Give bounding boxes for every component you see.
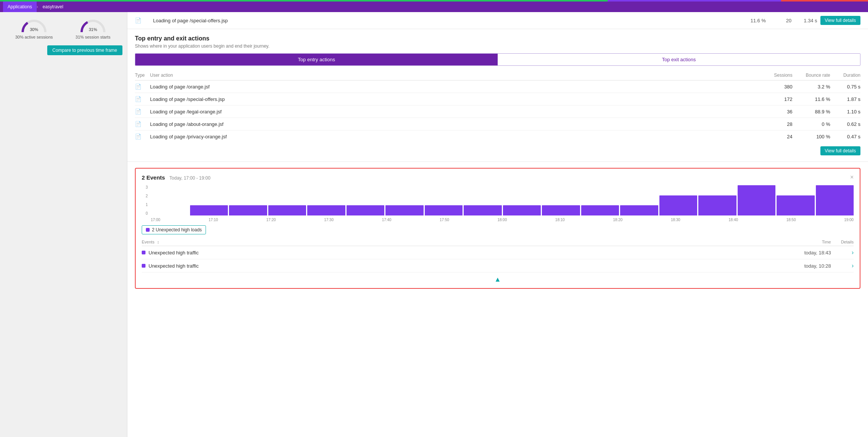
row-action: Loading of page /special-offers.jsp: [150, 96, 755, 102]
entry-section-footer: View full details: [135, 143, 860, 161]
gauge-svg-1: 30%: [19, 15, 49, 34]
view-details-top-btn[interactable]: View full details: [820, 16, 861, 25]
special-offers-page-name: Loading of page /special-offers.jsp: [153, 18, 740, 23]
row-sessions: 28: [755, 121, 792, 127]
events-close-btn[interactable]: ×: [850, 174, 854, 181]
view-full-details-btn[interactable]: View full details: [820, 146, 861, 155]
x-label: 17:20: [266, 218, 276, 222]
progress-purple: [608, 0, 781, 2]
row-duration: 1.10 s: [830, 109, 860, 115]
entry-exit-section: Top entry and exit actions Shows where i…: [127, 29, 868, 162]
events-header-details: Details: [831, 240, 854, 244]
events-panel: 2 Events Today, 17:00 - 19:00 × 3 2 1 0 …: [135, 168, 860, 289]
event-dot: [142, 264, 145, 268]
svg-text:31%: 31%: [89, 27, 97, 32]
y-label-2: 2: [145, 194, 148, 198]
table-row: 📄 Loading of page /orange.jsf 380 3.2 % …: [135, 81, 860, 93]
y-label-1: 1: [145, 203, 148, 207]
chart-bar[interactable]: [268, 205, 306, 215]
row-duration: 0.47 s: [830, 134, 860, 139]
tab-entry-actions[interactable]: Top entry actions: [135, 54, 498, 65]
tab-exit-actions[interactable]: Top exit actions: [498, 54, 860, 65]
chart-bar[interactable]: [738, 185, 776, 215]
events-chart: 3 2 1 0 17:0017:1017:2017:3017:4017:5018…: [142, 185, 854, 223]
header-user-action: User action: [150, 73, 755, 78]
x-label: 17:50: [440, 218, 449, 222]
chart-bar[interactable]: [190, 205, 228, 215]
left-panel: 30% 30% active sessions 31% 31% session …: [0, 12, 127, 437]
filter-tag-label: 2 Unexpected high loads: [152, 227, 202, 232]
chart-bar[interactable]: [581, 205, 619, 215]
row-bounce: 0 %: [792, 121, 830, 127]
chart-bar[interactable]: [347, 205, 385, 215]
row-duration: 0.62 s: [830, 121, 860, 127]
x-label: 19:00: [844, 218, 854, 222]
events-count: 2 Events: [142, 174, 165, 181]
expand-arrow: ▲: [142, 273, 854, 284]
chart-bar[interactable]: [542, 205, 580, 215]
header-sessions: Sessions: [755, 73, 792, 78]
y-label-0: 0: [145, 211, 148, 215]
chart-bar[interactable]: [620, 205, 658, 215]
row-action: Loading of page /privacy-orange.jsf: [150, 134, 755, 139]
progress-red: [781, 0, 868, 2]
gauge-svg-2: 31%: [78, 15, 108, 34]
chart-y-axis: 3 2 1 0: [142, 185, 149, 215]
filter-tag[interactable]: 2 Unexpected high loads: [142, 225, 206, 234]
chart-bar[interactable]: [503, 205, 541, 215]
entry-table-header: Type User action Sessions Bounce rate Du…: [135, 70, 860, 81]
event-time: today, 18:43: [786, 250, 831, 256]
entry-exit-title: Top entry and exit actions: [135, 35, 860, 42]
compare-btn-wrap: Compare to previous time frame: [0, 42, 127, 58]
expand-arrow-icon[interactable]: ▲: [494, 276, 501, 284]
row-sessions: 24: [755, 134, 792, 139]
row-doc-icon: 📄: [135, 108, 150, 115]
events-header-time[interactable]: Time: [786, 240, 831, 244]
top-nav: Applications › easytravel: [0, 2, 868, 12]
event-expand-btn[interactable]: ›: [831, 262, 854, 269]
event-expand-btn[interactable]: ›: [831, 249, 854, 256]
gauge-starts-label: 31% session starts: [76, 35, 110, 39]
table-row: 📄 Loading of page /legal-orange.jsf 36 8…: [135, 105, 860, 118]
event-dot: [142, 251, 145, 254]
x-label: 17:40: [382, 218, 391, 222]
chart-bar[interactable]: [464, 205, 502, 215]
header-bounce-rate: Bounce rate: [792, 73, 830, 78]
chart-bar[interactable]: [698, 195, 736, 215]
nav-easytravel[interactable]: easytravel: [38, 2, 68, 12]
special-offers-sessions-pct: 11.6 %: [743, 18, 766, 23]
chart-bar[interactable]: [816, 185, 854, 215]
events-table-rows: Unexpected high traffic today, 18:43 › U…: [142, 246, 854, 273]
special-offers-sessions-count: 20: [769, 18, 792, 23]
table-row: 📄 Loading of page /about-orange.jsf 28 0…: [135, 118, 860, 130]
header-type: Type: [135, 73, 150, 78]
chart-bar[interactable]: [385, 205, 424, 215]
filter-tag-icon: [146, 228, 150, 232]
chart-bar[interactable]: [777, 195, 815, 215]
progress-bar: [0, 0, 868, 2]
entry-table-rows: 📄 Loading of page /orange.jsf 380 3.2 % …: [135, 81, 860, 143]
chart-bar[interactable]: [425, 205, 463, 215]
row-doc-icon: 📄: [135, 96, 150, 102]
x-label: 18:00: [497, 218, 507, 222]
x-label: 18:10: [555, 218, 565, 222]
chart-bar[interactable]: [659, 195, 698, 215]
nav-applications[interactable]: Applications: [3, 2, 37, 12]
row-sessions: 36: [755, 109, 792, 115]
row-action: Loading of page /legal-orange.jsf: [150, 109, 755, 115]
row-duration: 1.87 s: [830, 96, 860, 102]
event-name: Unexpected high traffic: [149, 263, 786, 269]
x-label: 17:30: [324, 218, 334, 222]
chart-bar[interactable]: [307, 205, 345, 215]
gauge-row: 30% 30% active sessions 31% 31% session …: [0, 12, 127, 42]
x-label: 17:00: [151, 218, 160, 222]
gauge-active-sessions: 30% 30% active sessions: [5, 15, 63, 39]
chart-bar[interactable]: [229, 205, 267, 215]
special-offers-row: 📄 Loading of page /special-offers.jsp 11…: [127, 12, 868, 29]
entry-exit-subtitle: Shows where in your application users be…: [135, 43, 860, 49]
events-header: 2 Events Today, 17:00 - 19:00 ×: [142, 174, 854, 181]
events-header-name: Events ↕: [142, 240, 786, 244]
row-doc-icon: 📄: [135, 121, 150, 127]
chart-bars-area: [151, 185, 854, 215]
compare-btn[interactable]: Compare to previous time frame: [47, 45, 122, 55]
